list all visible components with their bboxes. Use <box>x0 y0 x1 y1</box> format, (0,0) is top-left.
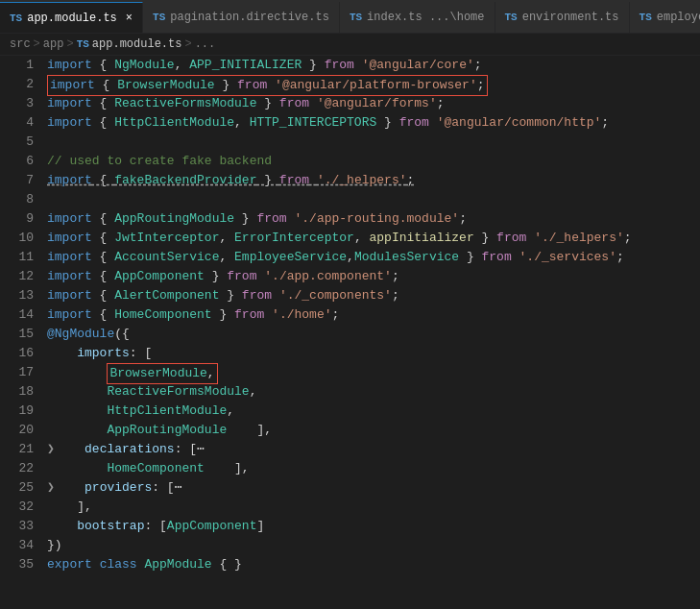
code-line-6: // used to create fake backend <box>47 152 700 171</box>
line-num-3: 3 <box>0 94 34 113</box>
breadcrumb: src > app > TS app.module.ts > ... <box>0 34 700 56</box>
code-line-3: import { ReactiveFormsModule } from '@an… <box>47 94 700 113</box>
code-line-14: import { HomeComponent } from './home'; <box>47 305 700 325</box>
code-line-17: BrowserModule, <box>47 363 700 382</box>
ts-icon: TS <box>640 12 652 23</box>
code-line-7: import { fakeBackendProvider } from './_… <box>47 171 700 190</box>
line-num-15: 15 <box>0 325 34 344</box>
tab-app-module[interactable]: TS app.module.ts × <box>0 2 143 33</box>
code-line-35: export class AppModule { } <box>47 555 700 574</box>
code-line-9: import { AppRoutingModule } from './app-… <box>47 209 700 229</box>
line-num-32: 32 <box>0 498 34 517</box>
line-num-33: 33 <box>0 517 34 536</box>
code-line-2: import { BrowserModule } from '@angular/… <box>47 75 700 94</box>
code-line-33: bootstrap: [AppComponent] <box>47 517 700 536</box>
code-line-11: import { AccountService, EmployeeService… <box>47 248 700 267</box>
line-num-13: 13 <box>0 286 34 305</box>
code-line-22: HomeComponent ], <box>47 459 700 478</box>
editor: 1 2 3 4 5 6 7 8 9 10 11 12 13 14 15 16 1… <box>0 56 700 607</box>
code-line-10: import { JwtInterceptor, ErrorIntercepto… <box>47 229 700 248</box>
line-num-7: 7 <box>0 171 34 190</box>
line-num-20: 20 <box>0 421 34 440</box>
line-num-22: 22 <box>0 459 34 478</box>
code-line-20: AppRoutingModule ], <box>47 421 700 440</box>
line-num-18: 18 <box>0 382 34 402</box>
tab-label: environment.ts <box>522 11 619 24</box>
line-num-17: 17 <box>0 363 34 382</box>
code-line-16: imports: [ <box>47 344 700 363</box>
tab-label: employee.c... <box>657 11 700 24</box>
line-num-12: 12 <box>0 267 34 286</box>
code-line-21: ❯ declarations: [⋯ <box>47 440 700 459</box>
code-line-34: }) <box>47 536 700 555</box>
line-num-14: 14 <box>0 305 34 325</box>
code-line-8 <box>47 190 700 209</box>
ts-icon: TS <box>10 12 22 24</box>
line-num-34: 34 <box>0 536 34 555</box>
breadcrumb-sep3: > <box>184 37 191 51</box>
line-num-1: 1 <box>0 56 34 75</box>
tab-label: index.ts ...\home <box>367 11 484 24</box>
breadcrumb-sep2: > <box>66 37 73 51</box>
breadcrumb-src: src <box>10 37 31 51</box>
tab-environment[interactable]: TS environment.ts <box>495 2 630 33</box>
ts-icon: TS <box>350 12 362 23</box>
line-numbers: 1 2 3 4 5 6 7 8 9 10 11 12 13 14 15 16 1… <box>0 56 43 607</box>
code-line-18: ReactiveFormsModule, <box>47 382 700 402</box>
line-num-6: 6 <box>0 152 34 171</box>
line-num-10: 10 <box>0 229 34 248</box>
code-line-15: @NgModule({ <box>47 325 700 344</box>
line-num-2: 2 <box>0 75 34 94</box>
line-num-4: 4 <box>0 113 34 133</box>
tab-bar: TS app.module.ts × TS pagination.directi… <box>0 0 700 34</box>
line-num-5: 5 <box>0 133 34 152</box>
ts-icon: TS <box>77 38 89 50</box>
line-num-19: 19 <box>0 402 34 421</box>
code-line-5 <box>47 133 700 152</box>
tab-label: app.module.ts <box>27 12 117 25</box>
code-line-4: import { HttpClientModule, HTTP_INTERCEP… <box>47 113 700 133</box>
line-num-11: 11 <box>0 248 34 267</box>
breadcrumb-ellipsis: ... <box>195 37 216 51</box>
tab-label: pagination.directive.ts <box>170 11 329 24</box>
tab-employee[interactable]: TS employee.c... <box>630 2 700 33</box>
code-line-32: ], <box>47 498 700 517</box>
code-line-12: import { AppComponent } from './app.comp… <box>47 267 700 286</box>
ts-icon: TS <box>153 12 165 23</box>
code-line-13: import { AlertComponent } from './_compo… <box>47 286 700 305</box>
line-num-16: 16 <box>0 344 34 363</box>
ts-icon: TS <box>505 12 518 23</box>
tab-pagination-directive[interactable]: TS pagination.directive.ts <box>143 2 340 33</box>
line-num-21: 21 <box>0 440 34 459</box>
line-num-9: 9 <box>0 209 34 229</box>
tab-index[interactable]: TS index.ts ...\home <box>340 2 495 33</box>
code-line-1: import { NgModule, APP_INITIALIZER } fro… <box>47 56 700 75</box>
line-num-8: 8 <box>0 190 34 209</box>
code-area[interactable]: import { NgModule, APP_INITIALIZER } fro… <box>43 56 700 607</box>
line-num-35: 35 <box>0 555 34 574</box>
breadcrumb-sep1: > <box>34 37 40 51</box>
code-line-25: ❯ providers: [⋯ <box>47 478 700 498</box>
breadcrumb-app: app <box>43 37 64 51</box>
code-line-19: HttpClientModule, <box>47 402 700 421</box>
line-num-25: 25 <box>0 478 34 498</box>
close-icon[interactable]: × <box>126 12 133 25</box>
breadcrumb-file: app.module.ts <box>92 37 182 51</box>
